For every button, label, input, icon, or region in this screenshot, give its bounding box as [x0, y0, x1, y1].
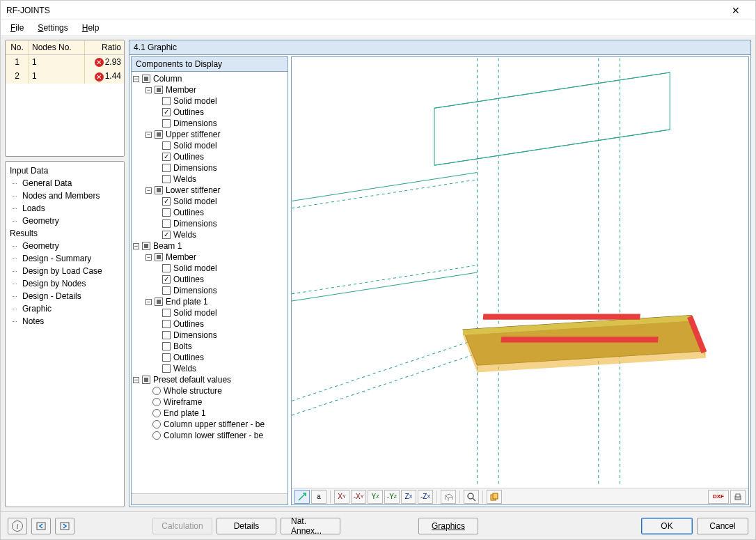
table-row[interactable]: 1 1 ✕2.93: [6, 55, 124, 69]
nav-geometry-r[interactable]: Geometry: [7, 240, 123, 252]
help-icon: i: [12, 520, 23, 532]
ratio-header: No. Nodes No. Ratio: [6, 40, 124, 55]
checkbox[interactable]: [142, 75, 150, 83]
header-nodes: Nodes No.: [29, 40, 85, 54]
radio[interactable]: [152, 387, 161, 395]
radio[interactable]: [152, 431, 161, 440]
radio[interactable]: [152, 398, 161, 406]
nav-notes[interactable]: Notes: [7, 315, 123, 327]
view-neg-yz-button[interactable]: -YZ: [384, 490, 400, 504]
collapse-icon[interactable]: −: [145, 187, 152, 194]
menu-file[interactable]: File: [5, 22, 29, 34]
collapse-icon[interactable]: −: [133, 243, 139, 249]
checkbox[interactable]: [162, 353, 171, 362]
nav-general-data[interactable]: General Data: [7, 177, 123, 190]
checkbox[interactable]: ✓: [162, 231, 171, 239]
viewport: a XY -XY YZ -YZ ZX -ZX: [291, 56, 749, 505]
view-xz-button[interactable]: ZX: [401, 490, 416, 504]
nav-design-nodes[interactable]: Design by Nodes: [7, 277, 123, 290]
svg-rect-28: [493, 493, 498, 499]
view-yz-button[interactable]: YZ: [368, 490, 383, 504]
view-box-button[interactable]: [441, 490, 456, 504]
details-button[interactable]: Details: [216, 518, 276, 534]
checkbox[interactable]: [155, 298, 163, 306]
checkbox[interactable]: [155, 186, 163, 194]
table-row[interactable]: 2 1 ✕1.44: [6, 69, 124, 83]
checkbox[interactable]: [155, 86, 163, 94]
content: No. Nodes No. Ratio 1 1 ✕2.93 2 1 ✕1.44 …: [1, 36, 755, 511]
collapse-icon[interactable]: −: [133, 76, 139, 82]
svg-line-8: [292, 265, 478, 294]
view-neg-xz-button[interactable]: -ZX: [418, 490, 433, 504]
view-xy-button[interactable]: XY: [334, 490, 349, 504]
checkbox[interactable]: ✓: [162, 275, 171, 284]
view-iso-button[interactable]: [294, 490, 310, 504]
checkbox[interactable]: [162, 286, 171, 295]
view-neg-xy-button[interactable]: -XY: [351, 490, 366, 504]
dxf-button[interactable]: DXF: [708, 490, 729, 504]
nav-design-summary[interactable]: Design - Summary: [7, 252, 123, 265]
nav-design-loadcase[interactable]: Design by Load Case: [7, 265, 123, 277]
collapse-icon[interactable]: −: [145, 299, 152, 305]
nat-annex-button[interactable]: Nat. Annex...: [281, 518, 340, 534]
close-icon[interactable]: ✕: [722, 5, 750, 16]
svg-rect-32: [61, 523, 69, 530]
checkbox[interactable]: [142, 376, 150, 384]
help-button[interactable]: i: [8, 518, 27, 534]
svg-line-12: [292, 351, 485, 415]
canvas[interactable]: [292, 57, 748, 488]
checkbox[interactable]: ✓: [162, 197, 171, 206]
right-column: 4.1 Graphic Components to Display −Colum…: [129, 40, 751, 507]
checkbox[interactable]: [155, 253, 163, 261]
checkbox[interactable]: [162, 342, 171, 350]
checkbox[interactable]: [162, 175, 171, 183]
prev-button[interactable]: [31, 518, 51, 534]
left-column: No. Nodes No. Ratio 1 1 ✕2.93 2 1 ✕1.44 …: [5, 40, 125, 507]
radio[interactable]: [152, 409, 161, 417]
ok-button[interactable]: OK: [641, 518, 693, 534]
checkbox[interactable]: [162, 141, 171, 150]
checkbox[interactable]: [162, 264, 171, 272]
checkbox[interactable]: [162, 320, 171, 328]
checkbox[interactable]: [162, 309, 171, 317]
components-body[interactable]: −Column −Member Solid model ✓Outlines Di…: [132, 72, 288, 493]
view-top-button[interactable]: a: [311, 490, 326, 504]
collapse-icon[interactable]: −: [133, 377, 139, 383]
nav-group-results: Results: [7, 227, 123, 240]
horizontal-scrollbar[interactable]: [132, 493, 288, 504]
checkbox[interactable]: [162, 208, 171, 217]
checkbox[interactable]: [162, 164, 171, 172]
svg-rect-30: [736, 494, 740, 497]
next-button[interactable]: [55, 518, 74, 534]
menu-help[interactable]: Help: [77, 22, 105, 34]
nav-nodes-members[interactable]: Nodes and Members: [7, 190, 123, 202]
checkbox[interactable]: [162, 331, 171, 339]
checkbox[interactable]: ✓: [162, 153, 171, 161]
nav-tree: Input Data General Data Nodes and Member…: [5, 161, 125, 507]
checkbox[interactable]: [162, 119, 171, 128]
zoom-button[interactable]: [464, 490, 479, 504]
calculation-button[interactable]: Calculation: [152, 518, 212, 534]
graphics-button[interactable]: Graphics: [418, 518, 478, 534]
checkbox[interactable]: [162, 219, 171, 228]
nav-geometry[interactable]: Geometry: [7, 215, 123, 227]
right-panel: 4.1 Graphic Components to Display −Colum…: [129, 40, 751, 507]
menu-settings[interactable]: Settings: [32, 22, 73, 34]
nav-design-details[interactable]: Design - Details: [7, 290, 123, 302]
checkbox[interactable]: ✓: [162, 108, 171, 116]
collapse-icon[interactable]: −: [145, 254, 152, 261]
checkbox[interactable]: [162, 364, 171, 373]
svg-marker-4: [434, 72, 670, 165]
checkbox[interactable]: [155, 130, 163, 139]
print-button[interactable]: [730, 490, 746, 504]
checkbox[interactable]: [142, 242, 150, 250]
radio[interactable]: [152, 420, 161, 429]
checkbox[interactable]: [162, 97, 171, 105]
cancel-button[interactable]: Cancel: [697, 518, 748, 534]
copy-button[interactable]: [487, 490, 502, 504]
components-header: Components to Display: [132, 57, 288, 72]
nav-graphic[interactable]: Graphic: [7, 302, 123, 315]
nav-loads[interactable]: Loads: [7, 202, 123, 215]
collapse-icon[interactable]: −: [145, 132, 152, 138]
collapse-icon[interactable]: −: [145, 87, 152, 93]
